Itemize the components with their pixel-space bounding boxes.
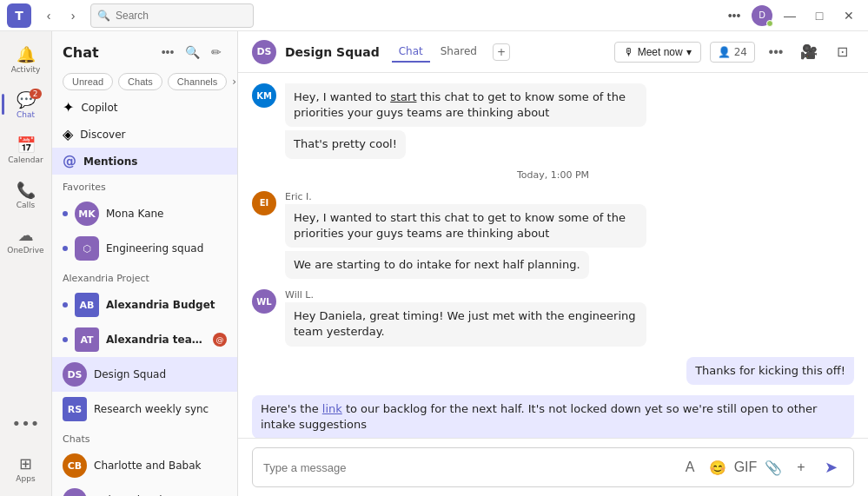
meet-now-button[interactable]: 🎙 Meet now ▾ <box>614 42 701 63</box>
outgoing-group-2: Here's the link to our backlog for the n… <box>252 395 854 438</box>
table-row: KM Hey, I wanted to start this chat to g… <box>252 83 854 127</box>
timestamp-divider: Today, 1:00 PM <box>252 169 854 181</box>
sidebar-item-copilot[interactable]: ✦ Copilot <box>52 94 237 121</box>
message-bubble: Hey, I wanted to start this chat to get … <box>285 204 646 248</box>
list-item-alex-budget[interactable]: AB Alexandria Budget <box>52 288 237 322</box>
alex-budget-name: Alexandria Budget <box>106 299 227 311</box>
engsquad-name: Engineering squad <box>106 242 227 255</box>
search-bar: 🔍 <box>90 3 254 28</box>
avatar-alex-team: AT <box>75 327 99 352</box>
list-item-research-sync[interactable]: RS Research weekly sync <box>52 392 237 427</box>
add-tab-button[interactable]: + <box>493 43 510 61</box>
chat-more-button[interactable]: ••• <box>764 40 788 64</box>
sidebar-item-calendar[interactable]: 📅 Calendar <box>5 129 47 170</box>
screen-share-button[interactable]: ⊡ <box>830 40 854 64</box>
mona-name: Mona Kane <box>106 208 227 220</box>
attach-button[interactable]: 📎 <box>763 457 784 478</box>
message-group-1: KM Hey, I wanted to start this chat to g… <box>252 83 854 159</box>
msg-body: Will L. Hey Daniela, great timing! We ju… <box>285 289 646 346</box>
discover-label: Discover <box>80 129 227 141</box>
filter-tab-chats[interactable]: Chats <box>118 73 162 90</box>
avatar-initials: D <box>759 10 765 20</box>
mentions-icon: @ <box>63 153 76 169</box>
charlotte-babak-name: Charlotte and Babak <box>94 460 227 472</box>
message-input[interactable] <box>263 461 673 474</box>
msg-body: We are starting to do intake for next ha… <box>285 251 589 279</box>
chat-search-button[interactable]: 🔍 <box>182 42 202 63</box>
format-button[interactable]: A <box>679 457 700 478</box>
participants-count[interactable]: 👤 24 <box>710 42 755 63</box>
audio-waves-icon: 🎙 <box>624 46 634 58</box>
chat-compose-button[interactable]: ✏ <box>206 42 227 63</box>
message-bubble: Hey, I wanted to start this chat to get … <box>285 83 646 127</box>
participants-number: 24 <box>734 46 747 58</box>
calls-icon: 📞 <box>17 181 36 199</box>
teams-logo: T <box>7 3 31 28</box>
more-icon: ••• <box>12 414 40 433</box>
more-options-button[interactable]: ••• <box>722 3 746 28</box>
participants-icon: 👤 <box>718 46 731 58</box>
sidebar-item-chat[interactable]: 💬 2 Chat <box>5 83 47 125</box>
filter-tabs: Unread Chats Channels › <box>52 69 237 94</box>
sidebar-item-label-chat: Chat <box>17 110 35 119</box>
calendar-icon: 📅 <box>17 136 36 154</box>
app-body: 🔔 Activity 💬 2 Chat 📅 Calendar 📞 Calls ☁… <box>0 31 868 496</box>
titlebar-left: T ‹ › 🔍 <box>7 3 254 28</box>
avatar-engsquad: ⬡ <box>75 236 99 261</box>
list-item-unicorn-invoice[interactable]: 🦄 Unicorn invoice <box>52 483 237 496</box>
tab-shared[interactable]: Shared <box>434 42 484 63</box>
list-item-charlotte-babak[interactable]: CB Charlotte and Babak <box>52 448 237 483</box>
chat-list-header: Chat ••• 🔍 ✏ <box>52 31 237 69</box>
chat-list-scroll: ✦ Copilot ◈ Discover @ Mentions Favorite… <box>52 94 237 496</box>
research-sync-name: Research weekly sync <box>94 403 227 415</box>
message-bubble: Hey Daniela, great timing! We just met w… <box>285 302 646 346</box>
message-bubble: That's pretty cool! <box>285 130 406 158</box>
table-row: EI Eric I. Hey, I wanted to start this c… <box>252 191 854 248</box>
close-button[interactable]: ✕ <box>837 3 861 28</box>
mentions-label: Mentions <box>83 155 227 168</box>
list-item-design-squad[interactable]: DS Design Squad <box>52 357 237 392</box>
minimize-button[interactable]: — <box>778 3 802 28</box>
message-bubble: Thanks for kicking this off! <box>686 357 854 385</box>
sidebar-item-more[interactable]: ••• <box>5 402 47 444</box>
send-button[interactable]: ➤ <box>818 455 843 479</box>
filter-tab-unread[interactable]: Unread <box>63 73 113 90</box>
gif-button[interactable]: GIF <box>735 457 756 478</box>
maximize-button[interactable]: □ <box>807 3 832 28</box>
sidebar-item-apps[interactable]: ⊞ Apps <box>5 447 47 489</box>
sidebar-item-discover[interactable]: ◈ Discover <box>52 121 237 148</box>
chat-avatar: DS <box>252 40 276 64</box>
more-input-button[interactable]: + <box>791 457 812 478</box>
chat-header-tabs: Chat Shared <box>392 42 484 63</box>
filter-chevron-icon[interactable]: › <box>232 76 236 88</box>
filter-tab-channels[interactable]: Channels <box>168 73 227 90</box>
message-group-2: EI Eric I. Hey, I wanted to start this c… <box>252 191 854 280</box>
sidebar-item-activity[interactable]: 🔔 Activity <box>5 38 47 80</box>
chat-list-title: Chat <box>63 44 99 61</box>
unread-dot <box>63 246 68 251</box>
copilot-label: Copilot <box>81 102 227 114</box>
avatar-alex-budget: AB <box>75 293 99 317</box>
sidebar-item-calls[interactable]: 📞 Calls <box>5 174 47 215</box>
tab-chat[interactable]: Chat <box>392 42 430 63</box>
sidebar-item-label-calls: Calls <box>17 201 36 209</box>
emoji-button[interactable]: 😊 <box>707 457 728 478</box>
sidebar-item-mentions[interactable]: @ Mentions <box>52 148 237 175</box>
online-indicator <box>766 20 773 27</box>
msg-sender: Eric I. <box>285 191 646 202</box>
chat-more-button[interactable]: ••• <box>157 42 178 63</box>
list-item-mona[interactable]: MK Mona Kane <box>52 196 237 231</box>
search-input[interactable] <box>90 3 254 28</box>
video-button[interactable]: 🎥 <box>797 40 821 64</box>
alex-team-name: Alexandria team chat <box>106 334 206 346</box>
sidebar-item-onedrive[interactable]: ☁ OneDrive <box>5 219 47 261</box>
list-item-engsquad[interactable]: ⬡ Engineering squad <box>52 231 237 266</box>
msg-body: Hey, I wanted to start this chat to get … <box>285 83 646 127</box>
backlog-link[interactable]: link <box>322 402 342 415</box>
list-item-alex-team[interactable]: AT Alexandria team chat @ <box>52 322 237 357</box>
user-avatar[interactable]: D <box>752 5 772 26</box>
back-button[interactable]: ‹ <box>38 5 59 26</box>
forward-button[interactable]: › <box>63 5 83 26</box>
unread-dot <box>63 302 68 308</box>
chat-header: DS Design Squad Chat Shared + 🎙 Meet now… <box>238 31 868 73</box>
